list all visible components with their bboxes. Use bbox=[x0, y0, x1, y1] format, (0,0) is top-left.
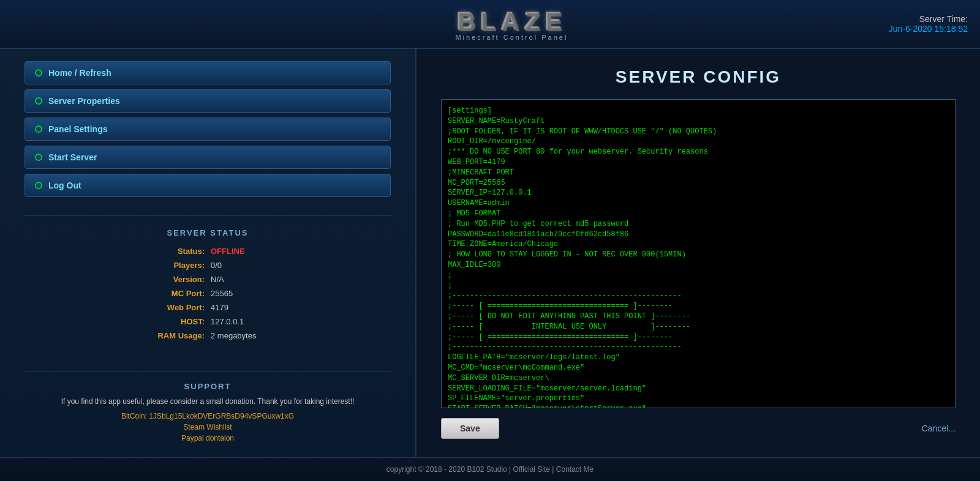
status-label-host: HOST: bbox=[24, 315, 205, 328]
nav-home-refresh[interactable]: Home / Refresh bbox=[24, 61, 391, 84]
logo-area: BLAZE Minecraft Control Panel bbox=[455, 7, 568, 41]
editor-actions: Save Cancel... bbox=[441, 418, 956, 439]
sidebar: Home / Refresh Server Properties Panel S… bbox=[0, 49, 417, 457]
official-site-link[interactable]: Official Site bbox=[513, 465, 550, 474]
status-value-version: N/A bbox=[211, 273, 391, 286]
footer: copyright © 2018 - 2020 B102 Studio | Of… bbox=[0, 457, 980, 481]
contact-link[interactable]: Contact Me bbox=[556, 465, 594, 474]
status-label-players: Players: bbox=[24, 259, 205, 272]
status-value-players: 0/0 bbox=[211, 259, 391, 272]
support-title: SUPPORT bbox=[24, 382, 391, 391]
nav-dot-server-properties bbox=[35, 97, 42, 105]
nav-buttons: Home / Refresh Server Properties Panel S… bbox=[24, 61, 391, 197]
nav-log-out[interactable]: Log Out bbox=[24, 174, 391, 197]
right-panel: SERVER CONFIG [settings] SERVER_NAME=Rus… bbox=[417, 49, 980, 457]
status-label-mc-port: MC Port: bbox=[24, 287, 205, 300]
logo-subtitle: Minecraft Control Panel bbox=[455, 34, 568, 41]
status-value-ram: 2 megabytes bbox=[211, 329, 391, 342]
status-value-mc-port: 25565 bbox=[211, 287, 391, 300]
config-editor[interactable]: [settings] SERVER_NAME=RustyCraft ;ROOT … bbox=[441, 99, 956, 408]
nav-dot-log-out bbox=[35, 182, 42, 189]
status-label-status: Status: bbox=[24, 245, 205, 258]
status-value-host: 127.0.0.1 bbox=[211, 315, 391, 328]
support-text: If you find this app useful, please cons… bbox=[24, 396, 391, 407]
support-section: SUPPORT If you find this app useful, ple… bbox=[24, 371, 391, 445]
logo-title: BLAZE bbox=[456, 7, 567, 36]
nav-dot-panel-settings bbox=[35, 125, 42, 133]
status-label-ram: RAM Usage: bbox=[24, 329, 205, 342]
server-status-section: SERVER STATUS Status: OFFLINE Players: 0… bbox=[24, 215, 391, 342]
support-bitcoin-link[interactable]: BitCoin: 1JSbLg15LkokDVErGRBsD94vSPGuxw1… bbox=[24, 412, 391, 420]
status-value-status: OFFLINE bbox=[211, 245, 391, 258]
nav-label-log-out: Log Out bbox=[48, 181, 81, 190]
main-content: Home / Refresh Server Properties Panel S… bbox=[0, 49, 980, 457]
page-title: SERVER CONFIG bbox=[441, 67, 956, 87]
support-steam-link[interactable]: Steam Wishlist bbox=[24, 423, 391, 431]
status-grid: Status: OFFLINE Players: 0/0 Version: N/… bbox=[24, 245, 391, 342]
nav-label-home: Home / Refresh bbox=[48, 68, 111, 78]
server-time: Server Time: Jun-6-2020 15:18:52 bbox=[889, 14, 968, 34]
footer-text: copyright © 2018 - 2020 B102 Studio | Of… bbox=[386, 465, 594, 474]
nav-dot-start-server bbox=[35, 154, 42, 161]
save-button[interactable]: Save bbox=[441, 418, 499, 439]
nav-dot-home bbox=[35, 69, 42, 76]
support-paypal-link[interactable]: Paypal dontaion bbox=[24, 434, 391, 442]
server-time-label: Server Time: bbox=[889, 14, 968, 24]
top-header: BLAZE Minecraft Control Panel Server Tim… bbox=[0, 0, 980, 49]
nav-panel-settings[interactable]: Panel Settings bbox=[24, 117, 391, 141]
nav-start-server[interactable]: Start Server bbox=[24, 146, 391, 169]
server-time-value: Jun-6-2020 15:18:52 bbox=[889, 24, 968, 34]
status-label-version: Version: bbox=[24, 273, 205, 286]
status-value-web-port: 4179 bbox=[211, 301, 391, 314]
nav-label-server-properties: Server Properties bbox=[48, 96, 120, 106]
cancel-link[interactable]: Cancel... bbox=[922, 423, 956, 433]
nav-server-properties[interactable]: Server Properties bbox=[24, 89, 391, 113]
nav-label-panel-settings: Panel Settings bbox=[48, 124, 107, 134]
nav-label-start-server: Start Server bbox=[48, 152, 97, 162]
server-status-title: SERVER STATUS bbox=[24, 228, 391, 237]
status-label-web-port: Web Port: bbox=[24, 301, 205, 314]
